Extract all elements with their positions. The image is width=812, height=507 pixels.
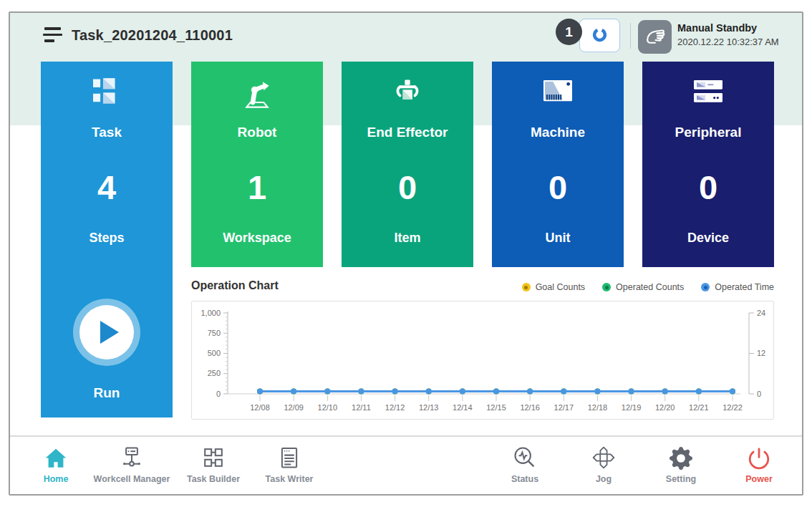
card-label: Peripheral: [642, 125, 774, 140]
hand-icon: [643, 24, 667, 50]
mode-label: Manual Standby: [677, 22, 757, 34]
svg-text:1,000: 1,000: [200, 309, 221, 317]
card-task[interactable]: Task4StepsRun: [41, 62, 173, 417]
card-value: 1: [191, 168, 323, 207]
svg-text:12/16: 12/16: [520, 403, 540, 412]
card-value: 0: [492, 168, 624, 207]
card-machine[interactable]: Machine0Unit: [492, 62, 624, 267]
nav-divider: [10, 435, 802, 437]
svg-text:12/21: 12/21: [689, 403, 709, 412]
card-value: 4: [41, 168, 173, 207]
svg-text:12/22: 12/22: [722, 403, 743, 412]
legend-dot: [602, 283, 611, 291]
task-blocks-icon: [41, 77, 173, 105]
card-robot[interactable]: Robot1Workspace: [191, 62, 323, 267]
run-button[interactable]: [79, 305, 134, 359]
card-peripheral[interactable]: Peripheral0Device: [642, 62, 774, 267]
legend-dot: [522, 283, 531, 291]
legend-label: Operated Time: [715, 282, 774, 292]
svg-text:12/14: 12/14: [453, 403, 473, 412]
card-label: End Effector: [342, 125, 473, 140]
legend-operated-time: Operated Time: [701, 282, 774, 292]
svg-text:12/13: 12/13: [419, 403, 439, 412]
svg-text:12/18: 12/18: [588, 403, 608, 412]
card-unit: Item: [342, 231, 473, 246]
gripper-loop-icon: [590, 24, 609, 47]
nav-workcell-manager[interactable]: Workcell Manager: [85, 444, 178, 484]
svg-text:12/19: 12/19: [622, 403, 642, 412]
card-label: Robot: [191, 125, 323, 140]
legend-dot: [701, 283, 710, 291]
app-frame: Task_20201204_110001 1 Manual Standby: [9, 11, 803, 496]
svg-text:12/11: 12/11: [352, 403, 371, 412]
card-unit: Steps: [41, 231, 173, 246]
play-icon: [100, 321, 119, 344]
legend-operated-counts: Operated Counts: [602, 282, 684, 292]
mode-timestamp: 2020.12.22 10:32:37 AM: [677, 37, 779, 47]
gripper-tool-button[interactable]: [579, 19, 620, 52]
svg-text:12/15: 12/15: [486, 403, 506, 412]
legend-label: Operated Counts: [616, 282, 684, 292]
svg-text:12/17: 12/17: [554, 403, 574, 412]
mode-button[interactable]: [638, 20, 672, 54]
svg-text:0: 0: [216, 390, 221, 398]
notification-badge: 1: [556, 19, 582, 45]
robot-arm-icon: [191, 77, 323, 110]
svg-text:750: 750: [208, 329, 221, 337]
svg-text:500: 500: [208, 349, 221, 357]
power-icon: [712, 444, 803, 470]
run-label: Run: [41, 385, 173, 401]
chart-title: Operation Chart: [191, 279, 279, 292]
svg-text:12/10: 12/10: [318, 403, 338, 412]
card-unit: Device: [642, 231, 774, 246]
card-unit: Workspace: [191, 231, 323, 246]
svg-text:12: 12: [757, 349, 765, 357]
nav-label: Power: [712, 474, 803, 484]
card-value: 0: [342, 168, 473, 207]
hamburger-icon[interactable]: [43, 27, 64, 44]
nav-label: Task Writer: [243, 474, 336, 484]
svg-text:12/09: 12/09: [284, 403, 304, 412]
card-end-effector[interactable]: End Effector0Item: [342, 62, 473, 267]
svg-text:24: 24: [757, 309, 765, 317]
screen: Task_20201204_110001 1 Manual Standby: [0, 0, 812, 507]
svg-text:0: 0: [757, 390, 761, 398]
card-label: Task: [41, 125, 173, 140]
card-value: 0: [642, 168, 774, 207]
chart-legend: Goal CountsOperated CountsOperated Time: [522, 282, 774, 292]
card-label: Machine: [492, 125, 624, 140]
gripper-icon: [342, 77, 473, 110]
svg-text:12/12: 12/12: [385, 403, 405, 412]
svg-text:250: 250: [208, 369, 221, 377]
legend-goal-counts: Goal Counts: [522, 282, 585, 292]
topbar-divider: [630, 23, 631, 49]
legend-label: Goal Counts: [536, 282, 585, 292]
svg-text:12/20: 12/20: [655, 403, 675, 412]
card-unit: Unit: [492, 231, 624, 246]
task-writer-icon: [243, 444, 336, 470]
nav-task-writer[interactable]: Task Writer: [243, 444, 336, 484]
peripheral-icon: [642, 77, 774, 106]
machine-icon: [492, 77, 624, 106]
svg-text:12/08: 12/08: [250, 403, 270, 412]
page-title: Task_20201204_110001: [72, 27, 233, 44]
nav-power[interactable]: Power: [712, 444, 803, 484]
operation-chart: 02505007501,00012/0812/0912/1012/1112/12…: [191, 301, 774, 420]
workcell-manager-icon: [85, 444, 178, 470]
nav-label: Workcell Manager: [85, 474, 178, 484]
